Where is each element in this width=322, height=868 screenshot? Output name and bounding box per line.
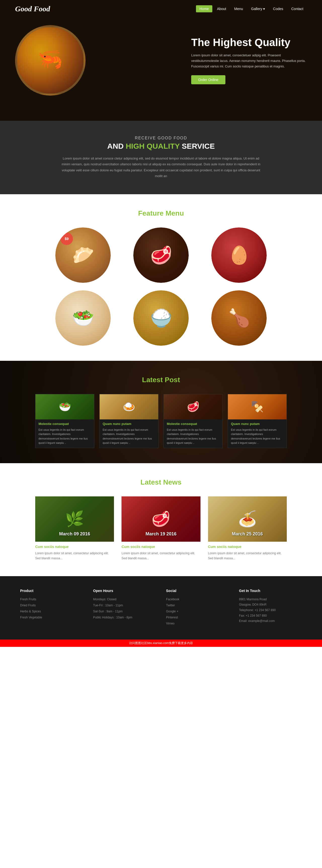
latest-post-heading-plain: Latest — [142, 376, 165, 384]
nav-link-home[interactable]: Home — [196, 5, 212, 12]
nav-menu: Home About Menu Gallery ▾ Codes Contact — [196, 6, 307, 11]
post-card-title-2: Quam nunc putam — [103, 422, 155, 426]
post-card-body-3: Molestie consequat Est usus legentis in … — [164, 420, 222, 448]
footer-link-item[interactable]: Fresh Fruits — [20, 597, 83, 601]
nav-link-about[interactable]: About — [213, 5, 230, 12]
footer-hours-tue-fri: Tue-Fri : 10am - 11pm — [93, 603, 123, 607]
menu-item-2[interactable]: 🥩 — [133, 227, 189, 283]
footer-link-pinterest[interactable]: Pinterest — [166, 616, 178, 619]
nav-item-gallery[interactable]: Gallery ▾ — [248, 6, 268, 11]
footer-col-hours: Open Hours Mondays: Closed Tue-Fri : 10a… — [93, 589, 156, 627]
menu-item-4[interactable]: 🥗 — [55, 290, 111, 346]
footer: Product Fresh Fruits Dried Fruits Herbs … — [0, 576, 322, 640]
footer-social-item[interactable]: Google + — [166, 609, 229, 613]
footer-link-dried-fruits[interactable]: Dried Fruits — [20, 603, 36, 607]
nav-item-contact[interactable]: Contact — [288, 6, 307, 11]
post-grid: 🥗 Molestie consequat Est usus legentis i… — [35, 394, 287, 448]
footer-link-vimeo[interactable]: Vimeo — [166, 622, 174, 625]
footer-link-facebook[interactable]: Facebook — [166, 597, 180, 601]
nav-item-menu[interactable]: Menu — [231, 6, 247, 11]
footer-col-hours-heading: Open Hours — [93, 589, 156, 593]
footer-link-google[interactable]: Google + — [166, 610, 179, 613]
footer-col-social: Social Facebook Twitter Google + Pintere… — [166, 589, 229, 627]
receive-title: AND HIGH QUALITY SERVICE — [30, 142, 292, 151]
bottom-bar: 访问图图社区bbs.xianiao.com免费下载更多内容 — [0, 640, 322, 647]
post-card-title-1: Molestie consequat — [38, 422, 91, 426]
receive-section: RECEIVE GOOD FOOD AND HIGH QUALITY SERVI… — [0, 121, 322, 194]
menu-item-5[interactable]: 🍚 — [133, 290, 189, 346]
footer-hours-item: Mondays: Closed — [93, 597, 156, 601]
footer-link-twitter[interactable]: Twitter — [166, 603, 175, 607]
news-date-2: March 19 2016 — [146, 531, 176, 537]
footer-link-item[interactable]: Herbs & Spices — [20, 609, 83, 613]
latest-post-heading-green: Post — [165, 376, 180, 384]
menu-grid: 🥟 $9 🥩 🥚 🥗 🍚 🍗 — [48, 227, 274, 346]
footer-social-item[interactable]: Vimeo — [166, 621, 229, 625]
footer-link-fresh-vegetable[interactable]: Fresh Vegetable — [20, 616, 42, 619]
nav-link-menu[interactable]: Menu — [231, 5, 247, 12]
menu-food-6: 🍗 — [211, 290, 267, 346]
footer-hours-sat-sun: Sat-Sun : 9am - 11pm — [93, 610, 123, 613]
latest-news-section: Latest News 🌿 March 09 2016 Cum sociis n… — [0, 463, 322, 576]
latest-news-heading: Latest News — [20, 478, 302, 486]
footer-hours-mon: Mondays: Closed — [93, 597, 117, 601]
nav-item-about[interactable]: About — [213, 6, 230, 11]
news-card-1[interactable]: 🌿 March 09 2016 Cum sociis natoque Lorem… — [35, 496, 114, 561]
bottom-bar-text: 访问图图社区bbs.xianiao.com免费下载更多内容 — [129, 641, 193, 645]
order-online-button[interactable]: Order Online — [191, 75, 225, 84]
post-card-1[interactable]: 🥗 Molestie consequat Est usus legentis i… — [35, 394, 94, 448]
price-badge-1: $9 — [60, 232, 73, 245]
navbar: Good Food Home About Menu Gallery ▾ Code… — [0, 0, 322, 18]
footer-link-item[interactable]: Fresh Vegetable — [20, 615, 83, 619]
brand-logo[interactable]: Good Food — [15, 4, 50, 13]
menu-food-2: 🥩 — [133, 227, 189, 283]
latest-news-heading-green: News — [163, 478, 182, 486]
footer-col-product-list: Fresh Fruits Dried Fruits Herbs & Spices… — [20, 597, 83, 619]
nav-item-home[interactable]: Home — [196, 6, 212, 11]
nav-item-codes[interactable]: Codes — [269, 6, 287, 11]
menu-item-3[interactable]: 🥚 — [211, 227, 267, 283]
post-card-body-4: Quam nunc putam Est usus legentis in iis… — [228, 420, 287, 448]
receive-subtitle: RECEIVE GOOD FOOD — [30, 136, 292, 141]
news-card-img-1: 🌿 March 09 2016 — [35, 496, 114, 542]
news-card-text-3: Lorem ipsum dolor sit amet, consectetur … — [208, 551, 287, 561]
receive-title-end: SERVICE — [180, 142, 215, 150]
post-card-img-3: 🥩 — [164, 394, 222, 420]
post-card-img-4: 🍢 — [228, 394, 287, 420]
news-card-img-2: 🥩 March 19 2016 — [122, 496, 200, 542]
post-card-2[interactable]: 🍛 Quam nunc putam Est usus legentis in i… — [99, 394, 159, 448]
receive-title-plain: AND — [107, 142, 126, 150]
hero-title: The Highest Quality — [191, 36, 307, 49]
news-card-3[interactable]: 🍝 March 25 2016 Cum sociis natoque Lorem… — [208, 496, 287, 561]
nav-link-codes[interactable]: Codes — [269, 5, 287, 12]
post-card-text-2: Est usus legentis in iis qui fact eorum … — [103, 428, 155, 445]
post-card-img-1: 🥗 — [35, 394, 94, 420]
footer-link-herbs-spices[interactable]: Herbs & Spices — [20, 610, 41, 613]
post-card-img-2: 🍛 — [100, 394, 158, 420]
news-grid: 🌿 March 09 2016 Cum sociis natoque Lorem… — [35, 496, 287, 561]
post-card-body-2: Quam nunc putam Est usus legentis in iis… — [100, 420, 158, 448]
footer-social-item[interactable]: Twitter — [166, 603, 229, 607]
news-date-1: March 09 2016 — [59, 531, 90, 537]
footer-social-item[interactable]: Facebook — [166, 597, 229, 601]
news-card-2[interactable]: 🥩 March 19 2016 Cum sociis natoque Lorem… — [122, 496, 200, 561]
footer-contact-address: 8901 Marmora Road Glasgow, DO4 89nR Tele… — [239, 597, 302, 624]
menu-item-6[interactable]: 🍗 — [211, 290, 267, 346]
latest-post-section: Latest Post 🥗 Molestie consequat Est usu… — [0, 361, 322, 463]
hero-text: Lorem ipsum dolor sit amet, consectetuer… — [191, 53, 307, 69]
nav-link-contact[interactable]: Contact — [288, 5, 307, 12]
footer-social-item[interactable]: Pinterest — [166, 615, 229, 619]
post-card-3[interactable]: 🥩 Molestie consequat Est usus legentis i… — [163, 394, 223, 448]
footer-col-product-heading: Product — [20, 589, 83, 593]
footer-link-fresh-fruits[interactable]: Fresh Fruits — [20, 597, 36, 601]
hero-section: The Highest Quality Lorem ipsum dolor si… — [0, 0, 322, 121]
post-card-text-3: Est usus legentis in iis qui fact eorum … — [167, 428, 219, 445]
footer-hours-item: Public Holidays : 10am - 8pm — [93, 615, 156, 619]
hero-food-image — [15, 25, 86, 96]
footer-col-contact: Get In Touch 8901 Marmora Road Glasgow, … — [239, 589, 302, 627]
hero-food-visual — [17, 27, 84, 94]
post-card-4[interactable]: 🍢 Quam nunc putam Est usus legentis in i… — [228, 394, 287, 448]
footer-link-item[interactable]: Dried Fruits — [20, 603, 83, 607]
menu-item-1[interactable]: 🥟 $9 — [55, 227, 111, 283]
nav-link-gallery[interactable]: Gallery ▾ — [248, 5, 268, 12]
